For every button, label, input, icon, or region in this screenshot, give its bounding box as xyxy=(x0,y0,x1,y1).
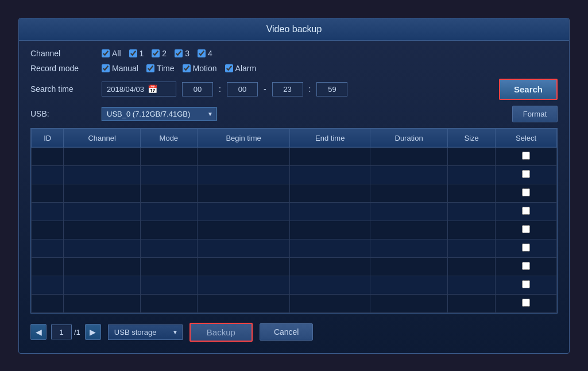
mode-manual-label: Manual xyxy=(112,64,138,73)
col-mode: Mode xyxy=(140,129,197,147)
table-row xyxy=(32,202,557,221)
table-row xyxy=(32,276,557,294)
cell-channel xyxy=(64,294,140,312)
page-info: /1 xyxy=(51,324,80,339)
cell-begin xyxy=(197,147,290,165)
mode-motion-checkbox[interactable] xyxy=(183,64,191,72)
cell-channel xyxy=(64,221,140,239)
total-pages: /1 xyxy=(74,328,80,337)
cell-id xyxy=(32,239,64,257)
date-field[interactable]: 2018/04/03 📅 xyxy=(102,82,176,96)
row-select-checkbox[interactable] xyxy=(522,280,530,288)
cell-mode xyxy=(140,202,197,221)
cell-begin xyxy=(197,276,290,294)
prev-page-button[interactable]: ◀ xyxy=(30,324,47,340)
cell-select[interactable] xyxy=(496,294,557,312)
mode-time[interactable]: Time xyxy=(146,64,175,73)
row-select-checkbox[interactable] xyxy=(522,188,530,196)
cell-duration xyxy=(370,257,448,276)
channel-1-label: 1 xyxy=(140,49,144,58)
cell-mode xyxy=(140,239,197,257)
cell-id xyxy=(32,221,64,239)
cell-size xyxy=(448,202,496,221)
channel-row: Channel All 1 2 3 xyxy=(30,49,558,58)
cell-end xyxy=(290,184,370,202)
channel-3[interactable]: 3 xyxy=(175,49,189,58)
channel-4-checkbox[interactable] xyxy=(198,49,206,57)
mode-time-checkbox[interactable] xyxy=(146,64,154,72)
cell-size xyxy=(448,239,496,257)
cell-select[interactable] xyxy=(496,202,557,221)
cell-select[interactable] xyxy=(496,147,557,165)
col-begin-time: Begin time xyxy=(197,129,290,147)
col-id: ID xyxy=(32,129,64,147)
cell-begin xyxy=(197,294,290,312)
mode-manual[interactable]: Manual xyxy=(102,64,138,73)
channel-all[interactable]: All xyxy=(102,49,121,58)
row-select-checkbox[interactable] xyxy=(522,170,530,178)
col-channel: Channel xyxy=(64,129,140,147)
cell-duration xyxy=(370,239,448,257)
channel-4[interactable]: 4 xyxy=(198,49,212,58)
cell-select[interactable] xyxy=(496,239,557,257)
mode-alarm-checkbox[interactable] xyxy=(225,64,233,72)
start-hour-input[interactable] xyxy=(182,82,213,96)
channel-1[interactable]: 1 xyxy=(129,49,144,58)
page-input[interactable] xyxy=(51,324,72,339)
table-row xyxy=(32,165,557,184)
table-body xyxy=(32,147,557,312)
channel-2-checkbox[interactable] xyxy=(152,49,160,57)
channel-1-checkbox[interactable] xyxy=(129,49,137,57)
next-page-button[interactable]: ▶ xyxy=(85,324,101,340)
cell-channel xyxy=(64,276,140,294)
cancel-button[interactable]: Cancel xyxy=(260,323,314,341)
row-select-checkbox[interactable] xyxy=(522,244,530,252)
mode-motion[interactable]: Motion xyxy=(183,64,217,73)
usb-select[interactable]: USB_0 (7.12GB/7.41GB) xyxy=(102,107,216,121)
backup-button[interactable]: Backup xyxy=(189,323,253,342)
row-select-checkbox[interactable] xyxy=(522,299,530,307)
cell-mode xyxy=(140,184,197,202)
col-end-time: End time xyxy=(290,129,370,147)
record-mode-checkboxes: Manual Time Motion Alarm xyxy=(102,64,256,73)
cell-select[interactable] xyxy=(496,165,557,184)
calendar-icon[interactable]: 📅 xyxy=(148,84,157,94)
cell-begin xyxy=(197,202,290,221)
date-value: 2018/04/03 xyxy=(107,85,144,94)
mode-manual-checkbox[interactable] xyxy=(102,64,110,72)
format-button[interactable]: Format xyxy=(512,106,558,122)
mode-alarm[interactable]: Alarm xyxy=(225,64,257,73)
table-row xyxy=(32,257,557,276)
channel-3-checkbox[interactable] xyxy=(175,49,183,57)
table-row xyxy=(32,147,557,165)
results-table-container: ID Channel Mode Begin time End time Dura… xyxy=(30,128,558,314)
start-min-input[interactable] xyxy=(227,82,258,96)
cell-end xyxy=(290,202,370,221)
cell-id xyxy=(32,202,64,221)
cell-select[interactable] xyxy=(496,221,557,239)
row-select-checkbox[interactable] xyxy=(522,207,530,215)
pagination: ◀ /1 ▶ xyxy=(30,324,101,340)
cell-id xyxy=(32,147,64,165)
row-select-checkbox[interactable] xyxy=(522,152,530,160)
end-hour-input[interactable] xyxy=(272,82,303,96)
cell-channel xyxy=(64,239,140,257)
row-select-checkbox[interactable] xyxy=(522,225,530,233)
cell-id xyxy=(32,165,64,184)
cell-select[interactable] xyxy=(496,184,557,202)
channel-all-checkbox[interactable] xyxy=(102,49,110,57)
search-button[interactable]: Search xyxy=(499,79,558,100)
search-time-row: Search time 2018/04/03 📅 : - : Search xyxy=(30,79,558,100)
cell-size xyxy=(448,257,496,276)
end-min-input[interactable] xyxy=(316,82,347,96)
cell-select[interactable] xyxy=(496,257,557,276)
col-size: Size xyxy=(448,129,496,147)
channel-label: Channel xyxy=(30,49,94,58)
row-select-checkbox[interactable] xyxy=(522,262,530,270)
cell-duration xyxy=(370,221,448,239)
channel-2[interactable]: 2 xyxy=(152,49,167,58)
storage-select[interactable]: USB storage Local storage xyxy=(108,324,183,340)
table-row xyxy=(32,239,557,257)
cell-select[interactable] xyxy=(496,276,557,294)
usb-select-wrapper: USB_0 (7.12GB/7.41GB) xyxy=(102,107,216,121)
